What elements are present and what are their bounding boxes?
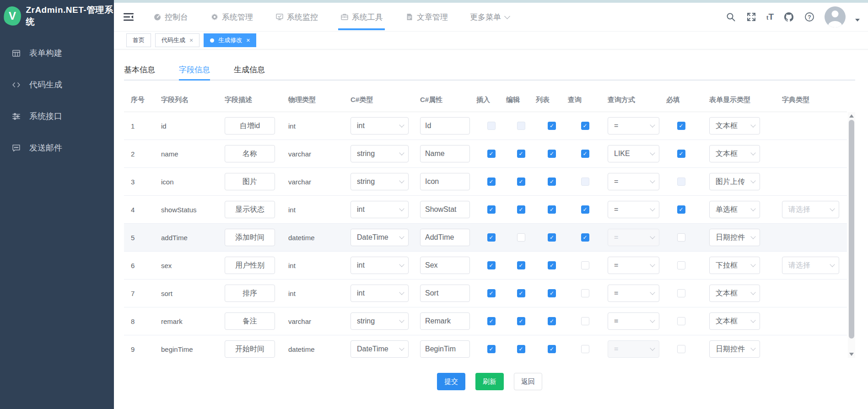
insert-checkbox[interactable]	[487, 178, 496, 186]
insert-checkbox[interactable]	[487, 233, 496, 242]
display-select[interactable]: 日期控件	[709, 340, 760, 358]
csprop-input[interactable]	[420, 229, 470, 246]
list-checkbox[interactable]	[548, 122, 556, 130]
list-checkbox[interactable]	[548, 205, 556, 214]
cstype-select[interactable]: string	[350, 173, 409, 190]
insert-checkbox[interactable]	[487, 150, 496, 158]
fullscreen-icon[interactable]	[746, 11, 757, 22]
desc-input[interactable]	[225, 201, 275, 218]
close-icon[interactable]: ×	[189, 37, 193, 43]
edit-checkbox[interactable]	[517, 289, 525, 297]
sidebar-item-系统接口[interactable]: 系统接口	[0, 103, 114, 129]
required-checkbox[interactable]	[677, 289, 685, 297]
tab-生成信息[interactable]: 生成信息	[234, 59, 265, 80]
edit-checkbox[interactable]	[517, 150, 525, 158]
query-checkbox[interactable]	[581, 317, 589, 325]
cstype-select[interactable]: int	[350, 201, 409, 218]
dict-select[interactable]: 请选择	[782, 201, 839, 218]
edit-checkbox[interactable]	[517, 345, 525, 353]
desc-input[interactable]	[225, 257, 275, 274]
refresh-button[interactable]: 刷新	[475, 373, 504, 390]
list-checkbox[interactable]	[548, 178, 556, 186]
csprop-input[interactable]	[420, 340, 470, 358]
qmode-select[interactable]: =	[608, 257, 659, 274]
required-checkbox[interactable]	[677, 261, 685, 269]
avatar[interactable]	[825, 6, 846, 27]
nav-item-更多菜单[interactable]: 更多菜单	[470, 3, 509, 31]
cstype-select[interactable]: int	[350, 117, 409, 135]
desc-input[interactable]	[225, 340, 275, 358]
desc-input[interactable]	[225, 312, 275, 330]
required-checkbox[interactable]	[677, 317, 685, 325]
qmode-select[interactable]: =	[608, 201, 659, 218]
edit-checkbox[interactable]	[517, 205, 525, 214]
display-select[interactable]: 图片上传	[709, 173, 760, 190]
csprop-input[interactable]	[420, 173, 470, 190]
display-select[interactable]: 文本框	[709, 117, 760, 135]
desc-input[interactable]	[225, 145, 275, 162]
search-icon[interactable]	[725, 11, 736, 22]
edit-checkbox[interactable]	[517, 178, 525, 186]
list-checkbox[interactable]	[548, 317, 556, 325]
insert-checkbox[interactable]	[487, 289, 496, 297]
help-icon[interactable]: ?	[804, 11, 815, 22]
sidebar-item-表单构建[interactable]: 表单构建	[0, 40, 114, 66]
query-checkbox[interactable]	[581, 205, 589, 214]
edit-checkbox[interactable]	[517, 261, 525, 269]
close-icon[interactable]: ×	[246, 37, 250, 43]
font-size-icon[interactable]: tT	[766, 12, 774, 22]
display-select[interactable]: 单选框	[709, 201, 760, 218]
desc-input[interactable]	[225, 285, 275, 302]
logo[interactable]: V ZrAdmin.NET-管理系统	[0, 0, 114, 32]
hamburger-icon[interactable]	[124, 12, 135, 22]
nav-item-系统管理[interactable]: 系统管理	[210, 3, 253, 31]
submit-button[interactable]: 提交	[437, 373, 465, 390]
query-checkbox[interactable]	[581, 289, 589, 297]
required-checkbox[interactable]	[677, 345, 685, 353]
cstype-select[interactable]: string	[350, 312, 409, 330]
qmode-select[interactable]: =	[608, 312, 659, 330]
scrollbar-thumb[interactable]	[849, 120, 854, 339]
cstype-select[interactable]: DateTime	[350, 340, 409, 358]
display-select[interactable]: 日期控件	[709, 229, 760, 246]
dict-select[interactable]: 请选择	[782, 257, 839, 274]
github-icon[interactable]	[783, 11, 794, 22]
table-scrollbar[interactable]	[848, 112, 855, 358]
nav-item-系统工具[interactable]: 系统工具	[340, 3, 383, 31]
sidebar-item-发送邮件[interactable]: 发送邮件	[0, 135, 114, 161]
scroll-down-icon[interactable]	[848, 350, 855, 358]
display-select[interactable]: 下拉框	[709, 257, 760, 274]
edit-checkbox[interactable]	[517, 317, 525, 325]
insert-checkbox[interactable]	[487, 317, 496, 325]
query-checkbox[interactable]	[581, 345, 589, 353]
nav-item-文章管理[interactable]: 文章管理	[405, 3, 448, 31]
insert-checkbox[interactable]	[487, 261, 496, 269]
desc-input[interactable]	[225, 117, 275, 135]
list-checkbox[interactable]	[548, 261, 556, 269]
sidebar-item-代码生成[interactable]: 代码生成	[0, 72, 114, 97]
nav-item-系统监控[interactable]: 系统监控	[275, 3, 318, 31]
insert-checkbox[interactable]	[487, 205, 496, 214]
qmode-select[interactable]: =	[608, 285, 659, 302]
display-select[interactable]: 文本框	[709, 312, 760, 330]
scroll-up-icon[interactable]	[848, 112, 855, 119]
list-checkbox[interactable]	[548, 289, 556, 297]
list-checkbox[interactable]	[548, 233, 556, 242]
list-checkbox[interactable]	[548, 150, 556, 158]
required-checkbox[interactable]	[677, 233, 685, 242]
cstype-select[interactable]: int	[350, 285, 409, 302]
required-checkbox[interactable]	[677, 150, 685, 158]
nav-item-控制台[interactable]: 控制台	[153, 3, 188, 31]
required-checkbox[interactable]	[677, 122, 685, 130]
query-checkbox[interactable]	[581, 122, 589, 130]
display-select[interactable]: 文本框	[709, 145, 760, 162]
csprop-input[interactable]	[420, 117, 470, 135]
tab-基本信息[interactable]: 基本信息	[124, 59, 155, 80]
query-checkbox[interactable]	[581, 150, 589, 158]
cstype-select[interactable]: int	[350, 257, 409, 274]
insert-checkbox[interactable]	[487, 345, 496, 353]
back-button[interactable]: 返回	[514, 373, 542, 390]
qmode-select[interactable]: =	[608, 117, 659, 135]
display-select[interactable]: 文本框	[709, 285, 760, 302]
cstype-select[interactable]: string	[350, 145, 409, 162]
